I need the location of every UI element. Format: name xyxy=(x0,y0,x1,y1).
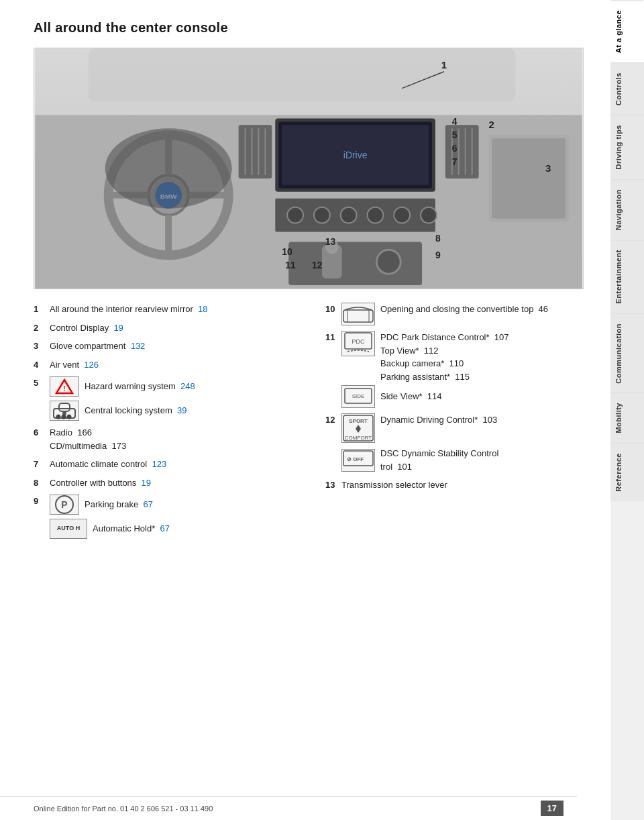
item-9a-ref[interactable]: 67 xyxy=(143,499,152,509)
item-6: 6 Radio 166 CD/multimedia 173 xyxy=(34,426,299,452)
item-7-ref[interactable]: 123 xyxy=(152,459,166,469)
item-2-text: Control Display 19 xyxy=(50,321,299,335)
svg-text:!: ! xyxy=(63,385,65,393)
svg-rect-56 xyxy=(59,403,70,411)
item-12: 12 SPORT COMFORT Dynamic Drivin xyxy=(325,413,590,473)
item-10-text: Opening and closing the convertible top … xyxy=(380,304,548,314)
item-8-text: Controller with buttons 19 xyxy=(50,476,299,490)
svg-text:12: 12 xyxy=(312,260,323,270)
sidebar-tab-driving-tips[interactable]: Driving tips xyxy=(610,115,644,179)
item-6-number: 6 xyxy=(34,426,44,440)
car-diagram-image: BMW iDrive xyxy=(34,48,584,289)
item-2-ref[interactable]: 19 xyxy=(113,323,123,333)
item-1-ref[interactable]: 18 xyxy=(198,304,207,314)
item-11d-ref[interactable]: 115 xyxy=(455,372,470,382)
item-8: 8 Controller with buttons 19 xyxy=(34,476,299,490)
svg-rect-23 xyxy=(288,242,422,285)
sidebar-tab-mobility[interactable]: Mobility xyxy=(610,393,644,443)
item-12b-ref[interactable]: 101 xyxy=(397,462,412,472)
item-9a-text: Parking brake 67 xyxy=(85,498,170,511)
item-12-number: 12 xyxy=(325,413,336,427)
item-13-number: 13 xyxy=(325,478,336,492)
item-11c-ref[interactable]: 110 xyxy=(449,358,464,368)
svg-point-22 xyxy=(421,207,437,223)
item-9b-text: Automatic Hold* 67 xyxy=(93,522,170,535)
item-13-text: Transmission selector lever xyxy=(341,478,590,492)
sidebar-tab-communication[interactable]: Communication xyxy=(610,313,644,393)
svg-rect-32 xyxy=(445,125,479,178)
svg-text:PDC: PDC xyxy=(352,338,365,345)
item-3: 3 Glove compartment 132 xyxy=(34,340,299,353)
svg-point-11 xyxy=(105,128,232,208)
svg-point-26 xyxy=(376,250,400,274)
svg-point-19 xyxy=(341,207,357,223)
item-8-ref[interactable]: 19 xyxy=(142,478,151,488)
item-11b-text: Top View* 112 xyxy=(380,344,508,358)
parking-brake-icon: P xyxy=(50,495,79,515)
svg-text:⊘ OFF: ⊘ OFF xyxy=(347,456,364,462)
svg-marker-70 xyxy=(356,425,361,433)
item-11d-text: Parking assistant* 115 xyxy=(380,370,508,384)
item-3-number: 3 xyxy=(34,340,44,353)
svg-text:3: 3 xyxy=(545,163,551,174)
item-12b2-text: trol 101 xyxy=(380,460,498,474)
svg-text:9: 9 xyxy=(435,250,441,260)
page-number: 17 xyxy=(541,801,564,816)
item-6b-ref[interactable]: 173 xyxy=(111,441,126,451)
sport-comfort-icon: SPORT COMFORT xyxy=(341,413,375,443)
sidebar-tab-navigation[interactable]: Navigation xyxy=(610,179,644,240)
svg-text:8: 8 xyxy=(435,233,441,244)
sidebar-tab-at-a-glance[interactable]: At a glance xyxy=(610,0,644,62)
item-9: 9 P Parking brake 67 AUTO H xyxy=(34,495,299,539)
item-2-number: 2 xyxy=(34,321,44,335)
svg-text:10: 10 xyxy=(282,246,292,257)
item-10-ref[interactable]: 46 xyxy=(539,304,548,314)
svg-text:SPORT: SPORT xyxy=(349,418,368,424)
item-3-text: Glove compartment 132 xyxy=(50,340,299,353)
footer-bar: Online Edition for Part no. 01 40 2 606 … xyxy=(0,796,577,820)
item-8-number: 8 xyxy=(34,476,44,490)
item-4-ref[interactable]: 126 xyxy=(84,360,99,370)
item-11e-text: Side View* 114 xyxy=(380,390,442,403)
item-4-number: 4 xyxy=(34,358,44,372)
sidebar-tab-reference[interactable]: Reference xyxy=(610,443,644,501)
svg-rect-1 xyxy=(89,48,515,102)
item-6a-ref[interactable]: 166 xyxy=(77,427,92,438)
item-5a-ref[interactable]: 248 xyxy=(180,381,195,391)
hazard-warning-icon: ! xyxy=(50,376,79,397)
svg-text:⬤⬤⬤: ⬤⬤⬤ xyxy=(56,414,72,419)
svg-text:1: 1 xyxy=(441,60,447,70)
svg-text:5: 5 xyxy=(452,130,458,140)
item-12a-text: Dynamic Driving Control* 103 xyxy=(380,413,497,427)
svg-point-18 xyxy=(314,207,330,223)
svg-text:SIDE: SIDE xyxy=(352,393,365,399)
item-1-number: 1 xyxy=(34,303,44,316)
item-3-ref[interactable]: 132 xyxy=(131,341,146,351)
item-11b-ref[interactable]: 112 xyxy=(424,346,439,356)
svg-point-17 xyxy=(287,207,303,223)
item-11c-text: Backup camera* 110 xyxy=(380,357,508,370)
sidebar-tab-entertainment[interactable]: Entertainment xyxy=(610,240,644,313)
item-5a-text: Hazard warning system 248 xyxy=(85,380,195,393)
svg-text:6: 6 xyxy=(452,143,458,154)
sidebar-tab-controls[interactable]: Controls xyxy=(610,62,644,115)
item-5b-ref[interactable]: 39 xyxy=(177,405,186,415)
central-locking-icon: ⬤⬤⬤ xyxy=(50,401,79,421)
left-column: 1 All around the interior rearview mirro… xyxy=(34,303,299,542)
item-11e-ref[interactable]: 114 xyxy=(427,391,442,401)
page-title: All around the center console xyxy=(34,20,590,36)
svg-rect-27 xyxy=(239,125,272,178)
svg-text:2: 2 xyxy=(489,119,494,130)
item-12a-ref[interactable]: 103 xyxy=(482,415,497,425)
item-9b-ref[interactable]: 67 xyxy=(160,523,169,533)
item-1-text: All around the interior rearview mirror … xyxy=(50,303,299,316)
item-5b-text: Central locking system 39 xyxy=(85,404,195,417)
item-5: 5 ! Hazard warning system 248 xyxy=(34,376,299,421)
right-column: 10 Opening and closing the convertible t… xyxy=(325,303,590,542)
item-11: 11 PDC PDC Park Distance Control* 107 xyxy=(325,331,590,408)
pdc-icon: PDC xyxy=(341,331,375,356)
item-1: 1 All around the interior rearview mirro… xyxy=(34,303,299,316)
item-12b-text: DSC Dynamic Stability Control xyxy=(380,447,498,460)
svg-text:13: 13 xyxy=(325,236,336,247)
item-11a-ref[interactable]: 107 xyxy=(494,332,509,342)
